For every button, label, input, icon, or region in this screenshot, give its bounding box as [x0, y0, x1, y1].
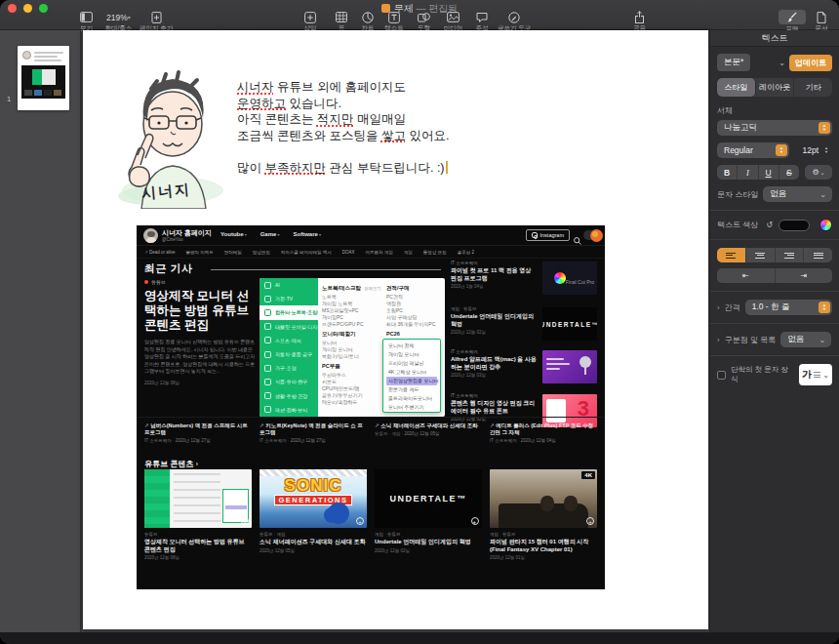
advanced-text-options-button[interactable]: ⚙⌄ [805, 165, 832, 180]
header-rule [211, 269, 441, 270]
document-page[interactable]: 시너지 시너자 유튜브 외에 홈페이지도운영하고 있습니다.아직 콘텐츠는 적지… [83, 30, 708, 629]
decrease-indent-button[interactable]: ⇤ [717, 268, 776, 283]
featured-excerpt: 영상편집 전용 모니터 선택하는 방법 유튜브 콘텐츠 제작 편집 안녕하세요.… [144, 339, 256, 376]
format-panel: 텍스트 본문* ⌄ 업데이트 스타일 레이아웃 기타 서체 나눔고딕 ▲▼ Re… [709, 30, 839, 644]
instagram-button: Instagram [526, 229, 570, 241]
text-caret [446, 161, 448, 174]
align-justify-button[interactable] [804, 248, 832, 262]
stepper-icon[interactable]: ▲▼ [776, 144, 787, 156]
strikethrough-button[interactable]: S [779, 165, 799, 180]
paragraph-style-chip[interactable]: 본문* [717, 54, 750, 71]
bullets-select[interactable]: 없음 ⌄ [780, 332, 831, 347]
article-thumbnail-undertale: UNDERTALE™ [542, 307, 597, 341]
font-family-select[interactable]: 나눔고딕 ▲▼ [717, 120, 832, 136]
character-style-select[interactable]: 없음 ⌄ [763, 186, 832, 202]
dropcap-label: 단락의 첫 문자 장식 [731, 365, 794, 384]
align-left-icon [726, 253, 736, 259]
menu-dropdown: 모니터 전체게이밍 모니터프리미엄 패널선4K 고해상 모니터사진영상편집용 모… [382, 339, 441, 413]
titlebar-toolbar: 무제 — 편집됨 보기 219% ▾ 확대/축소 페이지 추가 삽입 표 차트 [0, 0, 839, 30]
alignment-buttons [717, 248, 832, 262]
site-tag: 동영상 편집 [423, 250, 447, 255]
update-style-button[interactable]: 업데이트 [789, 55, 832, 71]
indent-left-icon: ⇤ [742, 271, 749, 280]
dropcap-checkbox[interactable] [717, 371, 726, 380]
table-icon [330, 11, 353, 23]
align-right-button[interactable] [776, 248, 805, 262]
chevron-down-icon: ⌄ [819, 336, 825, 344]
site-nav-item: Software [294, 231, 321, 237]
portrait-illustration[interactable]: 시너지 [108, 67, 233, 209]
align-left-button[interactable] [717, 248, 746, 262]
bold-button[interactable]: B [717, 165, 738, 180]
page-thumbnail[interactable] [18, 46, 69, 110]
font-weight-select[interactable]: Regular ▲▼ [717, 142, 789, 158]
category-menu-item: AI [260, 278, 318, 292]
reset-icon[interactable]: ↺ [766, 221, 773, 229]
tab-more[interactable]: 기타 [794, 78, 832, 97]
thumbnail-screenshot [21, 65, 65, 99]
stepper-icon[interactable]: ▲▼ [820, 144, 832, 156]
video-card: SONICGENERATIONS+ 유튜브 · 게임 소닉 제너레이션즈 구세대… [260, 469, 367, 553]
instagram-icon [532, 232, 538, 238]
site-tag: 어드벤처 게임 [366, 250, 393, 255]
site-avatar [143, 228, 158, 243]
tab-style[interactable]: 스타일 [717, 78, 756, 97]
align-center-button[interactable] [746, 248, 776, 262]
site-tag: DOAX [342, 250, 355, 255]
quick-links-row: 넘버스(Numbers) 맥 전용 스프레드 시트 프로그램IT 소프트웨어 ·… [137, 417, 605, 454]
disclosure-icon[interactable]: › [717, 303, 720, 312]
italic-button[interactable]: I [738, 165, 758, 180]
page-number: 1 [7, 95, 11, 103]
dropcap-style-select[interactable]: 가 ⌄ [799, 364, 832, 385]
menu-dropdown-item: 프리미엄 패널선 [386, 359, 437, 368]
youtube-contents-header: 유튜브 콘텐츠 [144, 459, 198, 469]
add-page-icon [145, 11, 168, 23]
recent-articles-header: 최근 기사 [144, 262, 193, 276]
line-spacing-select[interactable]: 1.0 - 한 줄 ▲▼ [745, 300, 832, 315]
category-menu-item: 자동차·용품·공구 [260, 347, 318, 361]
menu-dropdown-item: 게이밍 모니터 [386, 350, 437, 359]
char-style-label: 문자 스타일 [717, 189, 758, 200]
category-menu-item: 컴퓨터·노트북·조립PC [260, 305, 318, 319]
stepper-icon[interactable]: ▲▼ [819, 122, 830, 134]
color-wheel-button[interactable] [819, 219, 832, 231]
spacing-label: 간격 [725, 302, 740, 313]
website-screenshot-image[interactable]: 시너자 홈페이지 @CineYou YoutubeGameSoftware In… [137, 225, 605, 589]
site-tag: 솔루션 2 [458, 250, 474, 255]
comment-icon [470, 11, 494, 23]
theme-toggle [583, 230, 602, 240]
document-text[interactable]: 시너자 유튜브 외에 홈페이지도운영하고 있습니다.아직 콘텐츠는 적지만 매일… [237, 79, 530, 176]
underline-button[interactable]: U [759, 165, 779, 180]
disclosure-icon[interactable]: › [717, 336, 720, 344]
stepper-icon[interactable]: ▲▼ [819, 302, 830, 313]
site-nav-item: Game [260, 231, 280, 237]
shape-icon [412, 11, 436, 23]
video-thumbnail-undertale: UNDERTALE™+ [375, 469, 482, 528]
media-icon [441, 11, 465, 23]
tab-layout[interactable]: 레이아웃 [756, 78, 795, 97]
article-thumbnail-fcp: Final Cut Pro [542, 262, 597, 295]
menu-dropdown-item: 전문가용 캐드 [386, 385, 437, 394]
menu-dropdown-item: 4K 고해상 모니터 [386, 368, 437, 377]
featured-category: 유튜브 [144, 279, 256, 285]
increase-indent-button[interactable]: ⇥ [776, 268, 833, 283]
category-menu-sidebar: AI가전·TV컴퓨터·노트북·조립PC태블릿·모바일·디지털스포츠·레저자동차·… [260, 278, 318, 417]
chevron-down-icon[interactable]: ⌄ [779, 59, 785, 67]
chevron-down-icon: ▾ [128, 14, 131, 20]
panel-title: 텍스트 [710, 30, 839, 47]
menu-dropdown-item: 모니터 주변기기 [386, 403, 437, 412]
text-color-swatch[interactable] [779, 220, 810, 231]
site-tag: 블렌더 이펙트 [186, 250, 214, 255]
site-header: 시너자 홈페이지 @CineYou YoutubeGameSoftware In… [137, 225, 605, 246]
bullets-label: 구분점 및 목록 [725, 335, 776, 345]
site-tag: 영상편집 [253, 250, 270, 255]
video-thumbnail-menu: + [144, 469, 252, 528]
expand-icon: + [586, 517, 594, 525]
featured-title: 영상제작 모니터 선택하는 방법 유튜브 콘텐츠 편집 [144, 289, 256, 333]
site-tag: Dead or alive [144, 250, 176, 255]
category-menu-item: 식품·유아·완구 [260, 375, 318, 388]
font-size-stepper[interactable]: 12pt ▲▼ [802, 144, 832, 156]
site-tagbar: Dead or alive블렌더 이펙트언더테일영상편집하이스쿨 페어리테일 백… [137, 246, 605, 259]
text-color-label: 텍스트 색상 [717, 220, 758, 230]
menu-dropdown-item: 울트라와이드모니터 [386, 394, 437, 403]
